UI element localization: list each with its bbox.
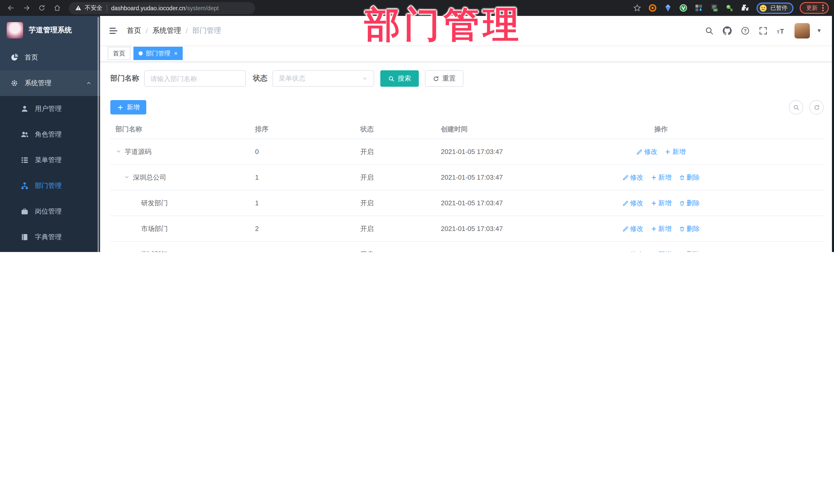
refresh-icon bbox=[433, 75, 439, 82]
sidebar-item-user[interactable]: 用户管理 bbox=[0, 96, 100, 122]
sidebar-item-home[interactable]: 首页 bbox=[0, 45, 100, 70]
delete-icon bbox=[679, 174, 685, 180]
action-edit-link[interactable]: 修改 bbox=[622, 250, 643, 252]
action-delete-link[interactable]: 删除 bbox=[679, 198, 700, 207]
action-delete-link[interactable]: 删除 bbox=[679, 224, 700, 233]
action-add-link[interactable]: 新增 bbox=[665, 147, 686, 156]
breadcrumb-item[interactable]: 首页 bbox=[127, 26, 141, 35]
sidebar-item-post[interactable]: 岗位管理 bbox=[0, 199, 100, 224]
hamburger-icon[interactable] bbox=[108, 25, 118, 36]
annotation-overlay-title: 部门管理 bbox=[365, 1, 523, 49]
address-bar[interactable]: 不安全 dashboard.yudao.iocoder.cn/system/de… bbox=[69, 2, 255, 14]
status-cell: 开启 bbox=[355, 250, 436, 252]
extensions-puzzle-icon[interactable] bbox=[741, 4, 749, 12]
refresh-table-button[interactable] bbox=[809, 100, 824, 114]
action-delete-link[interactable]: 删除 bbox=[679, 250, 700, 252]
user-avatar[interactable] bbox=[794, 23, 810, 38]
tree-expand-caret-icon[interactable] bbox=[124, 174, 131, 181]
plus-icon bbox=[651, 174, 657, 180]
browser-forward-button[interactable] bbox=[21, 2, 32, 14]
status-cell: 开启 bbox=[355, 173, 436, 182]
tab-label: 部门管理 bbox=[146, 49, 170, 58]
sidebar-item-label: 字典管理 bbox=[35, 233, 62, 242]
dept-name-input[interactable] bbox=[144, 70, 246, 87]
tree-expand-caret-icon[interactable] bbox=[115, 148, 123, 155]
bookmark-star-icon[interactable] bbox=[633, 4, 641, 12]
browser-home-button[interactable] bbox=[51, 2, 63, 14]
sidebar-item-menu[interactable]: 菜单管理 bbox=[0, 147, 100, 173]
extension-orange-icon[interactable] bbox=[648, 4, 657, 12]
dept-name-cell: 测试部门 bbox=[110, 250, 250, 252]
dept-name: 芋道源码 bbox=[125, 147, 151, 156]
sidebar-logo[interactable]: 芋道管理系统 bbox=[0, 16, 100, 45]
chevron-up-icon bbox=[86, 80, 92, 86]
action-delete-link[interactable]: 删除 bbox=[679, 173, 700, 182]
extension-key-icon[interactable] bbox=[725, 4, 734, 12]
action-add-link[interactable]: 新增 bbox=[651, 198, 672, 207]
toggle-search-button[interactable] bbox=[789, 100, 803, 114]
sidebar-item-label: 岗位管理 bbox=[35, 207, 62, 216]
navbar-actions: ? TT ▼ bbox=[705, 23, 822, 38]
sidebar-item-dict[interactable]: 字典管理 bbox=[0, 224, 100, 250]
tab-首页[interactable]: 首页 bbox=[108, 47, 130, 60]
add-button[interactable]: 新增 bbox=[110, 100, 146, 114]
sidebar-item-dept[interactable]: 部门管理 bbox=[0, 173, 100, 199]
edit-icon bbox=[622, 200, 629, 206]
extension-squares-icon[interactable] bbox=[695, 4, 703, 12]
extension-green-check-icon[interactable] bbox=[679, 4, 688, 12]
profile-emoji-icon bbox=[759, 4, 767, 12]
breadcrumb-separator: / bbox=[186, 26, 188, 35]
plus-icon bbox=[651, 251, 657, 252]
action-label: 新增 bbox=[658, 198, 672, 207]
not-secure-warning-icon bbox=[75, 5, 82, 11]
sidebar-scrollbar[interactable] bbox=[97, 17, 99, 252]
sidebar-item-system[interactable]: 系统管理 bbox=[0, 70, 100, 96]
delete-icon bbox=[679, 200, 685, 206]
svg-text:T: T bbox=[777, 29, 780, 34]
action-add-link[interactable]: 新增 bbox=[651, 250, 672, 252]
sort-cell: 1 bbox=[250, 174, 355, 181]
search-button[interactable]: 搜索 bbox=[380, 70, 419, 87]
fullscreen-icon[interactable] bbox=[759, 26, 768, 35]
sort-cell: 2 bbox=[250, 225, 355, 233]
browser-profile-chip[interactable]: 已暂停 bbox=[756, 2, 793, 14]
avatar-caret-icon[interactable]: ▼ bbox=[816, 28, 822, 34]
edit-icon bbox=[622, 251, 629, 252]
search-icon[interactable] bbox=[705, 26, 714, 35]
action-add-link[interactable]: 新增 bbox=[651, 173, 672, 182]
sidebar-item-notice[interactable]: 通知公告 bbox=[0, 250, 100, 252]
action-edit-link[interactable]: 修改 bbox=[622, 224, 643, 233]
app-window: 部门管理 不安全 dashboard.yudao.iocoder.cn/syst… bbox=[0, 0, 834, 252]
sidebar-item-role[interactable]: 角色管理 bbox=[0, 122, 100, 147]
breadcrumb-separator: / bbox=[146, 26, 148, 35]
browser-menu-kebab-icon[interactable] bbox=[822, 5, 824, 11]
sort-cell: 3 bbox=[250, 250, 355, 252]
reset-button-label: 重置 bbox=[442, 74, 456, 83]
extension-on-badge-icon[interactable]: on bbox=[710, 4, 719, 12]
action-edit-link[interactable]: 修改 bbox=[622, 173, 643, 182]
reset-button[interactable]: 重置 bbox=[425, 70, 463, 87]
action-edit-link[interactable]: 修改 bbox=[622, 198, 643, 207]
action-edit-link[interactable]: 修改 bbox=[636, 147, 657, 156]
browser-reload-button[interactable] bbox=[36, 2, 47, 14]
action-add-link[interactable]: 新增 bbox=[651, 224, 672, 233]
font-size-icon[interactable]: TT bbox=[776, 26, 786, 35]
action-label: 新增 bbox=[658, 224, 672, 233]
create-time-cell: 2021-01-05 17:03:47 bbox=[436, 174, 498, 181]
dept-name: 测试部门 bbox=[141, 250, 168, 252]
browser-update-button[interactable]: 更新 bbox=[799, 2, 829, 14]
sort-cell: 1 bbox=[250, 199, 355, 207]
edit-icon bbox=[622, 225, 629, 232]
status-select[interactable]: 菜单状态 bbox=[272, 70, 374, 87]
breadcrumb-item[interactable]: 系统管理 bbox=[152, 26, 181, 35]
tab-部门管理[interactable]: 部门管理× bbox=[133, 47, 183, 60]
dept-name: 深圳总公司 bbox=[133, 173, 166, 182]
github-icon[interactable] bbox=[723, 26, 732, 35]
extension-gem-icon[interactable] bbox=[664, 4, 672, 12]
close-icon[interactable]: × bbox=[174, 50, 178, 57]
table-row: 测试部门3开启2021-01-05 17:03:47修改新增删除 bbox=[110, 242, 824, 252]
divider bbox=[107, 4, 107, 12]
browser-back-button[interactable] bbox=[5, 2, 17, 14]
action-label: 修改 bbox=[630, 224, 643, 233]
help-icon[interactable]: ? bbox=[741, 26, 750, 35]
